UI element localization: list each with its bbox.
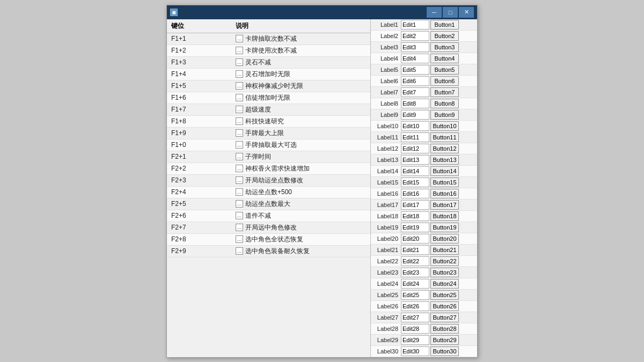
right-edit[interactable] (401, 76, 429, 86)
right-button[interactable]: Button22 (430, 256, 459, 266)
right-button[interactable]: Button11 (430, 132, 459, 142)
checkbox-icon[interactable]: … (236, 94, 243, 101)
right-edit[interactable] (401, 301, 429, 311)
right-row: Label5Button5 (371, 64, 477, 76)
right-row: Label28Button28 (371, 323, 477, 335)
right-edit[interactable] (401, 20, 429, 29)
right-edit[interactable] (401, 110, 429, 120)
right-button[interactable]: Button4 (430, 54, 459, 63)
checkbox-icon[interactable]: … (236, 188, 243, 196)
right-button[interactable]: Button13 (430, 155, 459, 165)
right-button[interactable]: Button23 (430, 268, 459, 277)
checkbox-icon[interactable]: … (236, 200, 243, 208)
right-button[interactable]: Button21 (430, 245, 459, 255)
right-edit[interactable] (401, 335, 429, 345)
close-button[interactable]: ✕ (459, 7, 474, 18)
desc-text: 科技快速研究 (245, 117, 284, 126)
right-button[interactable]: Button9 (430, 110, 459, 120)
checkbox-icon[interactable]: … (236, 70, 243, 78)
right-button[interactable]: Button10 (430, 121, 459, 131)
right-edit[interactable] (401, 99, 429, 108)
right-edit[interactable] (401, 346, 429, 356)
right-edit[interactable] (401, 234, 429, 243)
right-edit[interactable] (401, 279, 429, 289)
maximize-button[interactable]: □ (443, 7, 458, 18)
right-row: Label29Button29 (371, 335, 477, 346)
left-row: F1+8…科技快速研究 (167, 116, 370, 128)
right-edit[interactable] (401, 42, 429, 52)
checkbox-icon[interactable]: … (236, 212, 243, 219)
checkbox-icon[interactable]: … (236, 235, 243, 243)
right-edit[interactable] (401, 268, 429, 277)
desc-text: 开局远中角色修改 (245, 223, 297, 232)
left-row: F1+7…超级速度 (167, 104, 370, 116)
checkbox-icon[interactable]: … (236, 82, 243, 90)
right-edit[interactable] (401, 324, 429, 334)
right-button[interactable]: Button30 (430, 346, 459, 356)
right-edit[interactable] (401, 223, 429, 232)
checkbox-icon[interactable]: … (236, 35, 243, 42)
desc-cell: …开局远中角色修改 (236, 223, 366, 232)
right-row: Label2Button2 (371, 31, 477, 42)
right-edit[interactable] (401, 290, 429, 300)
left-row: F2+3…开局劫运坐点数修改 (167, 175, 370, 187)
right-button[interactable]: Button5 (430, 65, 459, 75)
right-row: Label20Button20 (371, 233, 477, 245)
right-edit[interactable] (401, 189, 429, 198)
right-edit[interactable] (401, 87, 429, 97)
right-button[interactable]: Button17 (430, 200, 459, 210)
left-row: F2+8…选中角色全状态恢复 (167, 234, 370, 246)
minimize-button[interactable]: ─ (427, 7, 442, 18)
right-label: Label25 (371, 291, 400, 299)
right-edit[interactable] (401, 155, 429, 165)
right-button[interactable]: Button6 (430, 76, 459, 86)
right-edit[interactable] (401, 178, 429, 187)
checkbox-icon[interactable]: … (236, 117, 243, 125)
right-edit[interactable] (401, 313, 429, 322)
right-edit[interactable] (401, 54, 429, 63)
right-edit[interactable] (401, 121, 429, 131)
right-button[interactable]: Button26 (430, 301, 459, 311)
right-edit[interactable] (401, 65, 429, 75)
right-edit[interactable] (401, 211, 429, 221)
right-label: Label7 (371, 88, 400, 97)
right-button[interactable]: Button20 (430, 234, 459, 243)
right-edit[interactable] (401, 166, 429, 176)
checkbox-icon[interactable]: … (236, 176, 243, 184)
checkbox-icon[interactable]: … (236, 106, 243, 113)
right-edit[interactable] (401, 256, 429, 266)
right-button[interactable]: Button3 (430, 42, 459, 52)
right-edit[interactable] (401, 132, 429, 142)
desc-text: 灵石增加时无限 (245, 70, 290, 79)
right-button[interactable]: Button14 (430, 166, 459, 176)
right-button[interactable]: Button7 (430, 87, 459, 97)
right-edit[interactable] (401, 200, 429, 210)
right-button[interactable]: Button8 (430, 99, 459, 108)
checkbox-icon[interactable]: … (236, 247, 243, 255)
right-button[interactable]: Button12 (430, 144, 459, 153)
checkbox-icon[interactable]: … (236, 141, 243, 149)
right-button[interactable]: Button28 (430, 324, 459, 334)
right-button[interactable]: Button18 (430, 211, 459, 221)
right-button[interactable]: Button25 (430, 290, 459, 300)
right-button[interactable]: Button24 (430, 279, 459, 289)
left-rows-container: F1+1…卡牌抽取次数不减F1+2…卡牌使用次数不减F1+3…灵石不减F1+4…… (167, 33, 370, 257)
right-button[interactable]: Button19 (430, 223, 459, 232)
right-button[interactable]: Button16 (430, 189, 459, 198)
right-button[interactable]: Button15 (430, 178, 459, 187)
checkbox-icon[interactable]: … (236, 165, 243, 172)
checkbox-icon[interactable]: … (236, 58, 243, 66)
desc-cell: …超级速度 (236, 105, 366, 114)
key-label: F2+2 (171, 165, 236, 172)
checkbox-icon[interactable]: … (236, 47, 243, 54)
right-button[interactable]: Button2 (430, 31, 459, 41)
right-button[interactable]: Button29 (430, 335, 459, 345)
right-button[interactable]: Button1 (430, 20, 459, 29)
checkbox-icon[interactable]: … (236, 224, 243, 231)
checkbox-icon[interactable]: … (236, 129, 243, 137)
right-edit[interactable] (401, 144, 429, 153)
right-button[interactable]: Button27 (430, 313, 459, 322)
checkbox-icon[interactable]: … (236, 153, 243, 160)
right-edit[interactable] (401, 31, 429, 41)
right-edit[interactable] (401, 245, 429, 255)
